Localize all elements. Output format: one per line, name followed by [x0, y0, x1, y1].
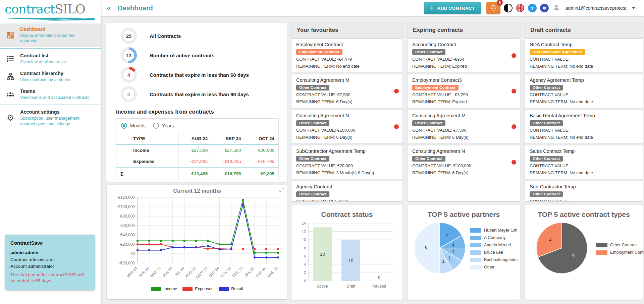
sidebar-item-teams[interactable]: TeamsView teams and associated contracts… — [0, 85, 101, 103]
drafts-contract-card[interactable]: Sub-Contractor TempOther ContractCONTRAC… — [525, 181, 643, 201]
legend-label: Hubert Meyer Gm — [484, 228, 517, 233]
drafts-contract-card[interactable]: Agency Agreement TempOther ContractCONTR… — [525, 74, 643, 110]
app-logo[interactable]: contractSILO — [0, 0, 101, 23]
contract-title: Accounting Contract — [412, 42, 511, 48]
expiry-alert-dot — [394, 124, 399, 129]
expiring-contract-card[interactable]: Consulting Agreement MOther ContractCONT… — [408, 110, 520, 145]
legend-swatch — [596, 250, 607, 255]
svg-text:0: 0 — [304, 279, 306, 283]
svg-text:JAN 25: JAN 25 — [244, 266, 255, 278]
help-icon[interactable]: ? — [528, 4, 537, 12]
sidebar-item-label: Contract list — [20, 53, 66, 58]
ie-table-body: Income€27,500€27,500€20,000Expenses-€14,… — [116, 144, 278, 167]
favourites-contract-card[interactable]: Consulting Agreement NOther ContractCONT… — [291, 110, 402, 145]
ie-cell: -€10,705 — [245, 156, 278, 167]
legend-item: Hubert Meyer Gm — [470, 228, 518, 233]
contract-title: Agency Contract — [296, 184, 394, 190]
sidebar-item-contract-list[interactable]: Contract listOverview of all contracts — [0, 50, 101, 68]
legend-item: Other — [470, 265, 518, 269]
svg-text:JUL 24: JUL 24 — [174, 266, 185, 277]
radio-circle-icon — [153, 123, 159, 129]
user-avatar-icon[interactable] — [552, 3, 561, 13]
legend-swatch — [470, 243, 481, 247]
stats-card: 25All Contracts13Number of active contra… — [106, 23, 287, 182]
stat-value: 13 — [121, 47, 137, 63]
legend-swatch — [470, 265, 481, 269]
sum-symbol: Σ — [116, 167, 129, 180]
sidebar-item-account-settings[interactable]: ⚙Account settingsSubscription, user mana… — [0, 106, 101, 130]
hierarchy-icon — [5, 72, 15, 81]
expiring-contract-card[interactable]: Consulting Agreement NOther ContractCONT… — [408, 145, 520, 179]
contract-value-line: CONTRACT VALUE: -€954 — [412, 56, 511, 62]
legend-item: Buchhaltungsbürc — [470, 257, 518, 262]
add-contract-label: ADD CONTRACT — [437, 6, 475, 11]
stat-value: 4 — [121, 67, 137, 83]
favourites-contract-card[interactable]: SubContractor Agreement TempOther Contra… — [291, 145, 402, 181]
top-types-pie: 94 — [535, 221, 589, 276]
stat-label: Contracts that expire in less than 60 da… — [150, 72, 249, 78]
remaining-term-line: REMAINING TERM: No end date — [530, 99, 634, 105]
contract-value-line: CONTRACT VALUE: — [530, 127, 634, 133]
drafts-contract-card[interactable]: Sales Contract TempOther ContractCONTRAC… — [525, 145, 643, 181]
svg-text:1: 1 — [452, 249, 454, 254]
sidebar-items: DashboardDisplay information about the c… — [0, 23, 101, 130]
remaining-term-line: REMAINING TERM: 6 Day(s) — [412, 134, 511, 140]
contract-type-badge: Other Contract — [296, 156, 329, 162]
sidebar-divider — [0, 105, 101, 105]
stat-donut: 25 — [121, 28, 137, 44]
contract-title: Agency Agreement Temp — [530, 77, 634, 84]
sidebar-item-contract-hierarchy[interactable]: Contract hierarchyView contracts by attr… — [0, 68, 101, 85]
legend-label: Employment Cont — [610, 250, 643, 255]
svg-text:9: 9 — [572, 253, 575, 258]
remaining-term-line: REMAINING TERM: 6 Day(s) — [296, 99, 394, 105]
period-radio-years[interactable]: Years — [153, 123, 174, 129]
ie-cell: €20,000 — [245, 144, 278, 156]
ie-col-header: SEP 24 — [212, 133, 245, 144]
legend-swatch — [470, 228, 481, 233]
user-menu-caret-icon[interactable] — [632, 7, 635, 9]
expiring-contract-card[interactable]: Accounting ContractOther ContractCONTRAC… — [408, 39, 520, 74]
legend-swatch — [470, 250, 481, 255]
drafts-contract-card[interactable]: NDA Contract TempNon Disclosure Agreemen… — [525, 39, 643, 74]
svg-text:APR 24: APR 24 — [138, 266, 150, 278]
legend-item: Angela Merkel — [470, 243, 518, 247]
favourites-contract-card[interactable]: Consulting Agreement MOther ContractCONT… — [291, 74, 402, 110]
period-radio-months[interactable]: Months — [121, 123, 146, 129]
drafts-contract-card[interactable]: Basic Rental Agreement TempOther Contrac… — [525, 110, 643, 145]
svg-text:MAR 24: MAR 24 — [126, 266, 138, 279]
expand-chart-icon[interactable] — [279, 187, 284, 194]
contract-status-title: Contract status — [291, 205, 402, 219]
notifications-button[interactable]: 8 — [486, 2, 500, 14]
contract-status-chart: 0246810121413Active10Draft0Paused — [291, 219, 402, 293]
svg-text:Paused: Paused — [372, 284, 386, 289]
user-email[interactable]: admin1@contractsaveprotest — [566, 5, 627, 11]
contract-title: Employment Contract — [296, 42, 394, 48]
sidebar-item-label: Teams — [20, 88, 91, 94]
sidebar-item-dashboard[interactable]: DashboardDisplay information about the c… — [0, 23, 101, 47]
theme-contrast-icon[interactable] — [504, 4, 513, 12]
expiry-alert-dot — [512, 89, 516, 94]
expiring-contract-card[interactable]: Employment Contract3Employment ContractC… — [408, 74, 520, 110]
contract-value-line: CONTRACT VALUE: €100,000 — [296, 127, 394, 133]
language-flag-icon[interactable] — [516, 4, 525, 12]
sidebar-item-desc: Display information about the contracts — [20, 33, 91, 44]
favourites-contract-card[interactable]: Agency ContractOther ContractCONTRACT VA… — [291, 181, 402, 201]
favourites-contract-card[interactable]: Employment ContractEmployment ContractCO… — [291, 39, 402, 74]
ie-total-cell: €9,295 — [245, 167, 278, 180]
documentation-book-icon[interactable] — [540, 4, 549, 12]
add-contract-button[interactable]: + ADD CONTRACT — [424, 2, 481, 14]
contract-title: Consulting Agreement N — [296, 113, 394, 119]
account-box-role-1: Contract administrator — [10, 256, 90, 263]
expiring-header: Expiring contracts — [408, 22, 520, 38]
remaining-term-line: REMAINING TERM: 3 Month(s) 8 Day(s) — [296, 170, 394, 176]
logo-word-2: SILO — [55, 2, 85, 16]
radio-label: Years — [162, 123, 174, 128]
collapse-sidebar-icon[interactable]: « — [107, 4, 111, 12]
legend-item: Bruce Lee — [470, 250, 518, 255]
top-partners-card: TOP 5 active partners 211116 Hubert Meye… — [408, 205, 520, 300]
legend-item: Employment Cont — [596, 250, 643, 255]
bell-icon — [490, 4, 497, 12]
svg-text:13: 13 — [320, 252, 325, 257]
contract-title: Sales Contract Temp — [530, 148, 634, 155]
legend-swatch — [470, 236, 481, 240]
